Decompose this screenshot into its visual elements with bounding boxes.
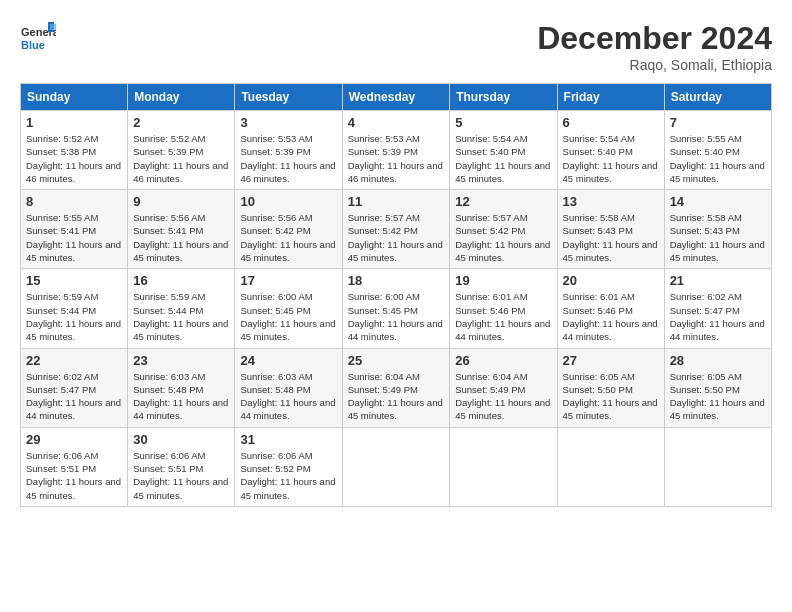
- day-number: 10: [240, 194, 336, 209]
- calendar-week-4: 22 Sunrise: 6:02 AM Sunset: 5:47 PM Dayl…: [21, 348, 772, 427]
- calendar-cell: 2 Sunrise: 5:52 AM Sunset: 5:39 PM Dayli…: [128, 111, 235, 190]
- calendar-cell: 1 Sunrise: 5:52 AM Sunset: 5:38 PM Dayli…: [21, 111, 128, 190]
- day-info: Sunrise: 6:01 AM Sunset: 5:46 PM Dayligh…: [455, 290, 551, 343]
- calendar-cell: [664, 427, 771, 506]
- calendar-cell: 8 Sunrise: 5:55 AM Sunset: 5:41 PM Dayli…: [21, 190, 128, 269]
- logo-icon: General Blue: [20, 20, 56, 56]
- calendar-cell: 17 Sunrise: 6:00 AM Sunset: 5:45 PM Dayl…: [235, 269, 342, 348]
- calendar-cell: 25 Sunrise: 6:04 AM Sunset: 5:49 PM Dayl…: [342, 348, 450, 427]
- calendar-cell: 27 Sunrise: 6:05 AM Sunset: 5:50 PM Dayl…: [557, 348, 664, 427]
- calendar-cell: 15 Sunrise: 5:59 AM Sunset: 5:44 PM Dayl…: [21, 269, 128, 348]
- day-number: 13: [563, 194, 659, 209]
- day-info: Sunrise: 6:04 AM Sunset: 5:49 PM Dayligh…: [455, 370, 551, 423]
- day-info: Sunrise: 6:01 AM Sunset: 5:46 PM Dayligh…: [563, 290, 659, 343]
- calendar-cell: 13 Sunrise: 5:58 AM Sunset: 5:43 PM Dayl…: [557, 190, 664, 269]
- calendar-cell: [557, 427, 664, 506]
- day-number: 31: [240, 432, 336, 447]
- day-info: Sunrise: 6:05 AM Sunset: 5:50 PM Dayligh…: [670, 370, 766, 423]
- day-number: 27: [563, 353, 659, 368]
- day-info: Sunrise: 6:06 AM Sunset: 5:52 PM Dayligh…: [240, 449, 336, 502]
- day-number: 30: [133, 432, 229, 447]
- day-info: Sunrise: 5:54 AM Sunset: 5:40 PM Dayligh…: [563, 132, 659, 185]
- day-info: Sunrise: 5:59 AM Sunset: 5:44 PM Dayligh…: [133, 290, 229, 343]
- day-number: 11: [348, 194, 445, 209]
- header-wednesday: Wednesday: [342, 84, 450, 111]
- header-friday: Friday: [557, 84, 664, 111]
- day-info: Sunrise: 5:52 AM Sunset: 5:39 PM Dayligh…: [133, 132, 229, 185]
- logo: General Blue: [20, 20, 56, 56]
- day-info: Sunrise: 6:04 AM Sunset: 5:49 PM Dayligh…: [348, 370, 445, 423]
- day-info: Sunrise: 5:58 AM Sunset: 5:43 PM Dayligh…: [563, 211, 659, 264]
- day-number: 23: [133, 353, 229, 368]
- day-number: 15: [26, 273, 122, 288]
- month-title: December 2024: [537, 20, 772, 57]
- day-number: 3: [240, 115, 336, 130]
- day-number: 16: [133, 273, 229, 288]
- day-info: Sunrise: 6:02 AM Sunset: 5:47 PM Dayligh…: [26, 370, 122, 423]
- calendar-cell: 14 Sunrise: 5:58 AM Sunset: 5:43 PM Dayl…: [664, 190, 771, 269]
- day-number: 21: [670, 273, 766, 288]
- svg-marker-4: [50, 24, 56, 30]
- day-info: Sunrise: 5:57 AM Sunset: 5:42 PM Dayligh…: [348, 211, 445, 264]
- day-number: 4: [348, 115, 445, 130]
- day-number: 26: [455, 353, 551, 368]
- calendar-cell: 19 Sunrise: 6:01 AM Sunset: 5:46 PM Dayl…: [450, 269, 557, 348]
- day-info: Sunrise: 6:02 AM Sunset: 5:47 PM Dayligh…: [670, 290, 766, 343]
- day-number: 17: [240, 273, 336, 288]
- calendar-cell: 20 Sunrise: 6:01 AM Sunset: 5:46 PM Dayl…: [557, 269, 664, 348]
- day-number: 8: [26, 194, 122, 209]
- day-number: 19: [455, 273, 551, 288]
- day-info: Sunrise: 5:53 AM Sunset: 5:39 PM Dayligh…: [240, 132, 336, 185]
- calendar-table: SundayMondayTuesdayWednesdayThursdayFrid…: [20, 83, 772, 507]
- day-number: 12: [455, 194, 551, 209]
- day-number: 9: [133, 194, 229, 209]
- day-info: Sunrise: 5:56 AM Sunset: 5:41 PM Dayligh…: [133, 211, 229, 264]
- title-block: December 2024 Raqo, Somali, Ethiopia: [537, 20, 772, 73]
- day-number: 29: [26, 432, 122, 447]
- day-number: 7: [670, 115, 766, 130]
- header-monday: Monday: [128, 84, 235, 111]
- day-info: Sunrise: 5:56 AM Sunset: 5:42 PM Dayligh…: [240, 211, 336, 264]
- day-info: Sunrise: 5:53 AM Sunset: 5:39 PM Dayligh…: [348, 132, 445, 185]
- header-thursday: Thursday: [450, 84, 557, 111]
- day-info: Sunrise: 5:52 AM Sunset: 5:38 PM Dayligh…: [26, 132, 122, 185]
- day-number: 6: [563, 115, 659, 130]
- svg-text:Blue: Blue: [21, 39, 45, 51]
- calendar-week-3: 15 Sunrise: 5:59 AM Sunset: 5:44 PM Dayl…: [21, 269, 772, 348]
- calendar-cell: 3 Sunrise: 5:53 AM Sunset: 5:39 PM Dayli…: [235, 111, 342, 190]
- day-info: Sunrise: 6:00 AM Sunset: 5:45 PM Dayligh…: [348, 290, 445, 343]
- day-number: 2: [133, 115, 229, 130]
- day-info: Sunrise: 5:55 AM Sunset: 5:40 PM Dayligh…: [670, 132, 766, 185]
- day-info: Sunrise: 5:57 AM Sunset: 5:42 PM Dayligh…: [455, 211, 551, 264]
- day-info: Sunrise: 5:55 AM Sunset: 5:41 PM Dayligh…: [26, 211, 122, 264]
- calendar-cell: 26 Sunrise: 6:04 AM Sunset: 5:49 PM Dayl…: [450, 348, 557, 427]
- calendar-cell: 6 Sunrise: 5:54 AM Sunset: 5:40 PM Dayli…: [557, 111, 664, 190]
- calendar-cell: 16 Sunrise: 5:59 AM Sunset: 5:44 PM Dayl…: [128, 269, 235, 348]
- day-number: 5: [455, 115, 551, 130]
- calendar-cell: 18 Sunrise: 6:00 AM Sunset: 5:45 PM Dayl…: [342, 269, 450, 348]
- header-sunday: Sunday: [21, 84, 128, 111]
- header-saturday: Saturday: [664, 84, 771, 111]
- calendar-cell: 24 Sunrise: 6:03 AM Sunset: 5:48 PM Dayl…: [235, 348, 342, 427]
- header-row: SundayMondayTuesdayWednesdayThursdayFrid…: [21, 84, 772, 111]
- page-header: General Blue December 2024 Raqo, Somali,…: [20, 20, 772, 73]
- location: Raqo, Somali, Ethiopia: [537, 57, 772, 73]
- calendar-cell: 31 Sunrise: 6:06 AM Sunset: 5:52 PM Dayl…: [235, 427, 342, 506]
- calendar-cell: 12 Sunrise: 5:57 AM Sunset: 5:42 PM Dayl…: [450, 190, 557, 269]
- calendar-cell: 29 Sunrise: 6:06 AM Sunset: 5:51 PM Dayl…: [21, 427, 128, 506]
- day-info: Sunrise: 6:00 AM Sunset: 5:45 PM Dayligh…: [240, 290, 336, 343]
- calendar-week-2: 8 Sunrise: 5:55 AM Sunset: 5:41 PM Dayli…: [21, 190, 772, 269]
- day-number: 14: [670, 194, 766, 209]
- calendar-cell: 21 Sunrise: 6:02 AM Sunset: 5:47 PM Dayl…: [664, 269, 771, 348]
- calendar-cell: 5 Sunrise: 5:54 AM Sunset: 5:40 PM Dayli…: [450, 111, 557, 190]
- calendar-cell: 23 Sunrise: 6:03 AM Sunset: 5:48 PM Dayl…: [128, 348, 235, 427]
- day-info: Sunrise: 6:05 AM Sunset: 5:50 PM Dayligh…: [563, 370, 659, 423]
- day-number: 1: [26, 115, 122, 130]
- day-info: Sunrise: 5:54 AM Sunset: 5:40 PM Dayligh…: [455, 132, 551, 185]
- day-number: 18: [348, 273, 445, 288]
- calendar-cell: [450, 427, 557, 506]
- calendar-cell: 7 Sunrise: 5:55 AM Sunset: 5:40 PM Dayli…: [664, 111, 771, 190]
- calendar-cell: 30 Sunrise: 6:06 AM Sunset: 5:51 PM Dayl…: [128, 427, 235, 506]
- calendar-cell: 11 Sunrise: 5:57 AM Sunset: 5:42 PM Dayl…: [342, 190, 450, 269]
- day-info: Sunrise: 6:06 AM Sunset: 5:51 PM Dayligh…: [26, 449, 122, 502]
